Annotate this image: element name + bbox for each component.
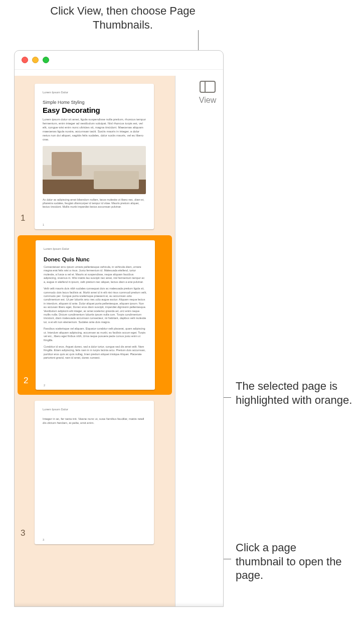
window-close-button[interactable] bbox=[22, 57, 28, 63]
sidebar-divider bbox=[175, 76, 175, 606]
window-minimize-button[interactable] bbox=[32, 57, 39, 63]
page-footer-number: 2 bbox=[44, 384, 45, 387]
page-preview: Lorem Ipsum Dolor Simple Home Styling Ea… bbox=[35, 84, 154, 229]
page-number: 3 bbox=[21, 528, 25, 538]
sidebar-icon bbox=[200, 81, 216, 93]
page-footer-number: 1 bbox=[43, 223, 44, 226]
page-thumbnail-2[interactable]: 2 Lorem Ipsum Dolor Donec Quis Nunc Cons… bbox=[18, 235, 172, 395]
callout-view-menu: Click View, then choose Page Thumbnails. bbox=[50, 4, 196, 32]
body-text: Curabitur id eros. Arguet donec, sed a d… bbox=[44, 345, 147, 360]
window-bottom-fade bbox=[15, 602, 223, 606]
running-header: Lorem Ipsum Dolor bbox=[44, 247, 147, 250]
doc-title: Easy Decorating bbox=[43, 106, 146, 114]
page-number: 2 bbox=[24, 376, 28, 386]
body-text: Lorem ipsum dolor sit amet, ligula suspe… bbox=[43, 117, 146, 142]
body-text: Integer in ac, fer tacta tnit. Veane nun… bbox=[43, 417, 146, 425]
window-titlebar bbox=[15, 51, 223, 70]
photo-placeholder bbox=[43, 146, 146, 194]
toolbar-view-label: View bbox=[193, 96, 223, 105]
window-zoom-button[interactable] bbox=[43, 57, 49, 63]
callout-click-thumbnail: Click a page thumbnail to open the page. bbox=[236, 541, 346, 582]
callout-selected-highlight: The selected page is highlighted with or… bbox=[236, 379, 356, 407]
doc-heading: Donec Quis Nunc bbox=[44, 256, 147, 262]
body-text: Fascibus scelerisque vel aliquam. Etquat… bbox=[44, 327, 147, 342]
body-text: Velit velit mauris duis nibh sodales con… bbox=[44, 287, 147, 324]
page-footer-number: 3 bbox=[43, 538, 44, 541]
body-text: Ac dolor ac adipiscing amet bibendum nul… bbox=[43, 198, 146, 209]
app-window: View 1 Lorem Ipsum Dolor Simple Home Sty… bbox=[14, 50, 224, 607]
page-thumbnail-3[interactable]: 3 Lorem Ipsum Dolor Integer in ac, fer t… bbox=[15, 398, 175, 547]
running-header: Lorem Ipsum Dolor bbox=[43, 408, 146, 411]
page-thumbnails-sidebar: 1 Lorem Ipsum Dolor Simple Home Styling … bbox=[15, 76, 175, 606]
page-number: 1 bbox=[21, 213, 25, 223]
page-preview: Lorem Ipsum Dolor Donec Quis Nunc Consec… bbox=[36, 240, 155, 390]
page-preview: Lorem Ipsum Dolor Integer in ac, fer tac… bbox=[35, 401, 154, 544]
toolbar-view-button[interactable]: View bbox=[193, 81, 223, 105]
page-thumbnail-1[interactable]: 1 Lorem Ipsum Dolor Simple Home Styling … bbox=[15, 81, 175, 232]
body-text: Consectetuer arcu ipsum ornare pellentes… bbox=[44, 265, 147, 284]
doc-overline: Simple Home Styling bbox=[43, 100, 146, 105]
running-header: Lorem Ipsum Dolor bbox=[43, 91, 146, 94]
